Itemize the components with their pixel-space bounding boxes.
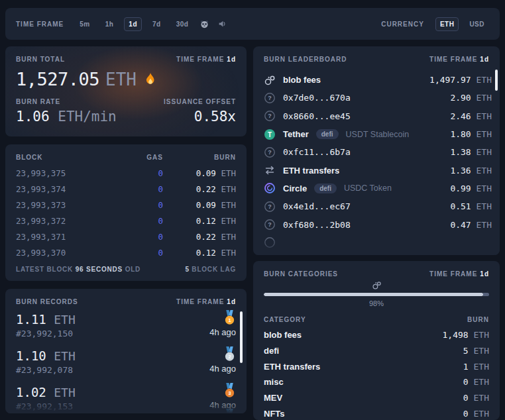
- svg-text:3: 3: [228, 390, 231, 396]
- block-row[interactable]: 23,993,3740 0.22 ETH: [16, 181, 236, 197]
- gold-medal-icon: 1: [223, 310, 236, 325]
- unknown-address-icon: ?: [264, 219, 276, 231]
- unknown-address-icon: ?: [264, 201, 276, 213]
- time-frame-indicator[interactable]: TIME FRAME1d: [176, 56, 236, 63]
- latest-blocks-card: BLOCK GAS BURN 23,993,3750 0.09 ETH 23,9…: [5, 144, 247, 281]
- burn-leaderboard-card: BURN LEADERBOARD TIME FRAME1d blob fees …: [253, 46, 500, 255]
- block-row[interactable]: 23,993,3710 0.22 ETH: [16, 229, 236, 244]
- speaker-icon[interactable]: [216, 19, 227, 30]
- leaderboard-row[interactable]: ? 0x4e1d...ec67 0.51 ETH: [264, 197, 492, 215]
- leaderboard-row[interactable]: ? 0xf680...2b08 0.47 ETH: [264, 215, 492, 233]
- leaderboard-row[interactable]: blob fees 1,497.97 ETH: [264, 71, 492, 89]
- block-row[interactable]: 23,993,3700 0.12 ETH: [16, 244, 236, 260]
- leaderboard-row[interactable]: ? 0x7de0...670a 2.90 ETH: [264, 89, 492, 107]
- category-row[interactable]: MEV 0 ETH: [264, 390, 489, 406]
- time-frame-indicator[interactable]: TIME FRAME1d: [429, 56, 489, 63]
- block-column-header: BLOCK: [16, 154, 103, 161]
- currency-usd[interactable]: USD: [465, 17, 489, 31]
- leaderboard-row[interactable]: ETH transfers 1.36 ETH: [264, 161, 492, 179]
- silver-medal-icon: 2: [223, 346, 236, 362]
- burn-column-header: BURN: [467, 316, 489, 323]
- block-row[interactable]: 23,993,3730 0.09 ETH: [16, 197, 236, 213]
- leaderboard-name: 0xf680...2b08: [283, 220, 351, 230]
- gas-column-header: GAS: [103, 154, 163, 161]
- leaderboard-name: Tether: [283, 129, 309, 139]
- svg-text:?: ?: [268, 113, 272, 119]
- category-row[interactable]: misc 0 ETH: [264, 374, 489, 390]
- svg-text:2: 2: [228, 354, 231, 360]
- time-frame-7d[interactable]: 7d: [148, 17, 166, 31]
- burn-categories-title: BURN CATEGORIES: [264, 270, 338, 278]
- burn-rate-value: 1.06 ETH/min: [16, 109, 117, 125]
- leaderboard-name: 0x4e1d...ec67: [283, 201, 351, 211]
- time-frame-label: TIME FRAME: [16, 21, 64, 28]
- bronze-medal-icon: 3: [223, 383, 236, 398]
- leaderboard-name: ETH transfers: [283, 166, 339, 176]
- record-age: 4h ago: [209, 364, 236, 374]
- category-row[interactable]: ETH transfers 1 ETH: [264, 358, 489, 374]
- leaderboard-scrollbar[interactable]: [495, 70, 498, 91]
- time-frame-30d[interactable]: 30d: [172, 17, 194, 31]
- latest-block-age: LATEST BLOCK 96 SECONDS OLD: [16, 266, 140, 273]
- leaderboard-row[interactable]: Circle defi USDC Token 0.99 ETH: [264, 180, 492, 197]
- burn-total-card: BURN TOTAL TIME FRAME1d 1,527.05 ETH BUR…: [5, 46, 247, 136]
- burn-leaderboard-title: BURN LEADERBOARD: [264, 56, 347, 63]
- burn-record[interactable]: 1.11 ETH #23,992,150 1 4h ago: [16, 312, 236, 341]
- blob-icon: [264, 74, 276, 86]
- unknown-address-icon: [264, 236, 276, 248]
- category-row[interactable]: defi 5 ETH: [264, 343, 489, 359]
- unknown-address-icon: ?: [264, 92, 276, 104]
- issuance-offset-value: 0.58x: [194, 109, 236, 125]
- fire-icon: [142, 72, 158, 87]
- leaderboard-row[interactable]: ? 0x8660...ee45 2.46 ETH: [264, 107, 492, 125]
- leaderboard-row-partial: [264, 234, 492, 252]
- defi-badge: defi: [316, 129, 339, 139]
- time-frame-indicator[interactable]: TIME FRAME1d: [176, 298, 236, 305]
- next-medal-icon: [223, 409, 236, 413]
- svg-text:?: ?: [268, 221, 272, 228]
- burn-categories-card: BURN CATEGORIES TIME FRAME1d 98% CATEGOR…: [253, 261, 500, 420]
- time-frame-indicator[interactable]: TIME FRAME1d: [429, 270, 489, 278]
- category-share-bar: [264, 293, 489, 296]
- leaderboard-name: 0x8660...ee45: [283, 111, 351, 121]
- unknown-address-icon: ?: [264, 110, 276, 122]
- leaderboard-detail: USDC Token: [344, 184, 392, 193]
- block-lag: 5 BLOCK LAG: [185, 266, 236, 273]
- block-row[interactable]: 23,993,3720 0.12 ETH: [16, 213, 236, 229]
- leaderboard-name: Circle: [283, 184, 307, 193]
- burn-column-header: BURN: [163, 154, 236, 161]
- leaderboard-name: 0xfc11...6b7a: [283, 147, 351, 157]
- transfer-arrows-icon: [264, 164, 276, 176]
- burn-records-card: BURN RECORDS TIME FRAME1d 1.11 ETH #23,9…: [5, 289, 247, 413]
- burn-total-title: BURN TOTAL: [16, 56, 65, 63]
- category-row[interactable]: blob fees 1,498 ETH: [264, 327, 489, 343]
- time-frame-1d[interactable]: 1d: [124, 17, 142, 31]
- category-column-header: CATEGORY: [264, 316, 306, 323]
- svg-text:?: ?: [268, 203, 272, 210]
- leaderboard-name: 0x7de0...670a: [283, 93, 351, 103]
- burn-record[interactable]: 1.02 ETH #23,992,153 3 4h ago: [16, 385, 236, 413]
- leaderboard-row[interactable]: ? 0xfc11...6b7a 1.38 ETH: [264, 143, 492, 161]
- burn-rate-label: BURN RATE: [16, 98, 60, 105]
- time-frame-bar: TIME FRAME 5m 1h 1d 7d 30d CURRENCY ETH …: [5, 8, 500, 40]
- block-row[interactable]: 23,993,3750 0.09 ETH: [16, 165, 236, 181]
- svg-text:T: T: [268, 131, 272, 138]
- currency-eth[interactable]: ETH: [435, 17, 459, 31]
- record-age: 4h ago: [209, 327, 236, 337]
- other-share-segment: [483, 293, 489, 296]
- time-frame-5m[interactable]: 5m: [75, 17, 94, 31]
- burn-total-amount: 1,527.05 ETH: [16, 69, 236, 89]
- circle-usdc-icon: [264, 182, 276, 194]
- leaderboard-detail: USDT Stablecoin: [346, 130, 410, 139]
- time-frame-1h[interactable]: 1h: [101, 17, 119, 31]
- records-scrollbar[interactable]: [240, 311, 243, 363]
- category-row[interactable]: NFTs 0 ETH: [264, 405, 489, 420]
- svg-text:?: ?: [268, 95, 272, 101]
- tether-icon: T: [264, 129, 276, 140]
- burn-record[interactable]: 1.10 ETH #23,992,078 2 4h ago: [16, 348, 236, 378]
- svg-text:?: ?: [268, 149, 272, 156]
- leaderboard-row[interactable]: T Tether defi USDT Stablecoin 1.80 ETH: [264, 125, 492, 143]
- defi-badge: defi: [314, 184, 337, 193]
- panda-icon[interactable]: [199, 19, 210, 30]
- issuance-offset-label: ISSUANCE OFFSET: [164, 98, 236, 105]
